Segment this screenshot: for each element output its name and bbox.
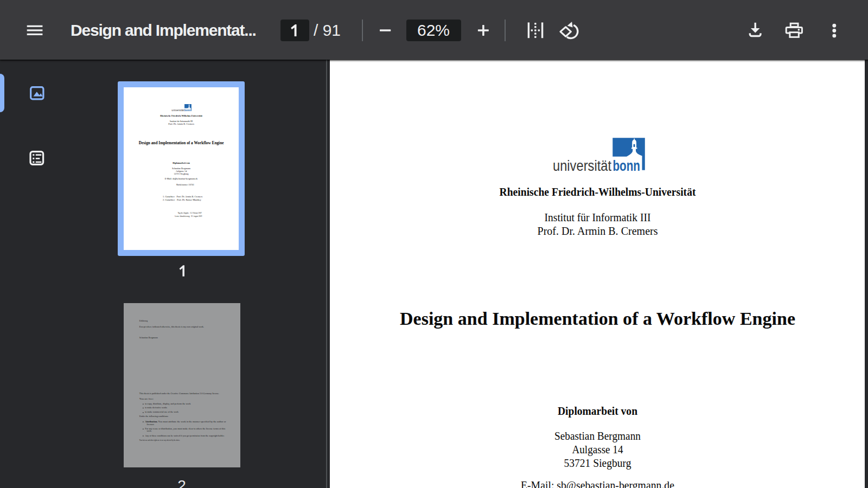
svg-text:Aulgasse 14: Aulgasse 14 (572, 444, 623, 456)
svg-text:Diplomarbeit von: Diplomarbeit von (173, 162, 190, 164)
svg-text:to make commercial use of the: to make commercial use of the work (145, 410, 178, 413)
svg-text:Rheinische Friedrich-Wilhelms-: Rheinische Friedrich-Wilhelms-Universitä… (160, 114, 202, 117)
svg-text:You are free:: You are free: (139, 397, 154, 400)
svg-text:Sebastian Bergmann: Sebastian Bergmann (554, 430, 641, 442)
svg-text:Attribution. You must attribut: Attribution. You must attribute the work… (145, 420, 226, 423)
svg-text:Erklärung: Erklärung (139, 319, 148, 322)
svg-text:Tag der Abgabe: 13. Februar 2: Tag der Abgabe: 13. Februar 2007 (177, 212, 202, 214)
svg-text:Prof. Dr. Armin B. Cremers: Prof. Dr. Armin B. Cremers (538, 225, 658, 237)
svg-text:E-Mail: sb@sebastian-bergmann.: E-Mail: sb@sebastian-bergmann.de (521, 479, 674, 488)
svg-text:For any reuse or distribution,: For any reuse or distribution, you must … (145, 427, 225, 431)
svg-text:Institut für Informatik III: Institut für Informatik III (545, 211, 651, 223)
svg-text:Matrikelnummer: 1167561: Matrikelnummer: 1167561 (176, 184, 194, 186)
svg-text:1. Gutachter: Prof. Dr. Armi: 1. Gutachter: Prof. Dr. Armin B. Cremers (162, 195, 202, 198)
svg-text:universität: universität (171, 108, 184, 112)
svg-text:This thesis is published under: This thesis is published under the Creat… (139, 392, 219, 395)
svg-text:Rheinische Friedrich-Wilhelms-: Rheinische Friedrich-Wilhelms-Universitä… (500, 186, 696, 198)
svg-text:Prof. Dr. Armin B. Cremers: Prof. Dr. Armin B. Cremers (168, 123, 194, 125)
svg-text:work.: work. (146, 429, 151, 432)
svg-text:Under the following conditions: Under the following conditions: (139, 415, 169, 418)
svg-text:licensor.: licensor. (146, 423, 154, 426)
svg-text:universität: universität (553, 158, 611, 174)
svg-text:to copy, distribute, display,: to copy, distribute, display, and perfor… (145, 402, 191, 406)
svg-text:53721 Siegburg: 53721 Siegburg (564, 457, 631, 470)
svg-text:53721 Siegburg: 53721 Siegburg (174, 172, 188, 175)
svg-text:E-Mail: sb@sebastian-bergmann.: E-Mail: sb@sebastian-bergmann.de (164, 177, 197, 180)
svg-text:to make derivative works: to make derivative works (145, 406, 167, 409)
svg-text:Sebastian Bergmann: Sebastian Bergmann (172, 167, 191, 170)
svg-text:Sebastian Bergmann: Sebastian Bergmann (139, 337, 158, 339)
svg-text:bonn: bonn (613, 158, 641, 174)
svg-text:2. Gutachter: Prof. Dr. Rain: 2. Gutachter: Prof. Dr. Rainer Manthey (162, 198, 201, 201)
svg-text:Design and Implementation of a: Design and Implementation of a Workflow … (400, 309, 795, 329)
svg-text:Letzte Aktualisierung: 19. Au: Letzte Aktualisierung: 19. August 2009 (175, 215, 202, 217)
svg-text:Institut für Informatik III: Institut für Informatik III (170, 120, 193, 123)
svg-text:Your fair use and other rights: Your fair use and other rights are in no… (139, 439, 180, 441)
svg-text:bonn: bonn (184, 108, 190, 112)
svg-text:Except where indicated otherwi: Except where indicated otherwise, this t… (139, 325, 204, 329)
svg-text:Aulgasse 14: Aulgasse 14 (175, 170, 187, 172)
svg-text:Diplomarbeit von: Diplomarbeit von (558, 405, 637, 418)
svg-text:Any of these conditions can be: Any of these conditions can be waived if… (145, 434, 224, 437)
svg-text:Design and Implementation of a: Design and Implementation of a Workflow … (138, 140, 224, 145)
